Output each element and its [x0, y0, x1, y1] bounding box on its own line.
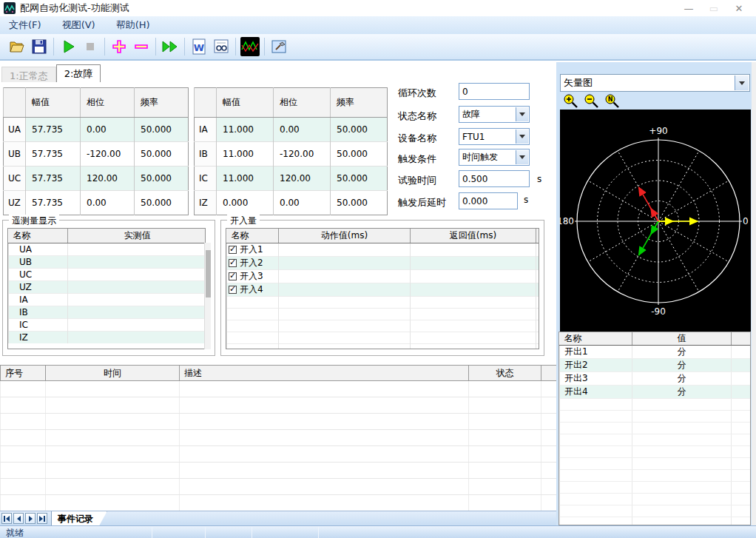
tools-button[interactable] — [268, 36, 290, 57]
tab-fault-state[interactable]: 2:故障 — [56, 64, 101, 82]
trigger-condition-value: 时间触发 — [459, 151, 498, 164]
tab-event-log[interactable]: 事件记录 — [51, 511, 107, 526]
next-page-button[interactable] — [25, 513, 36, 524]
table-row: IZ0.0000.0050.000 — [195, 191, 388, 215]
post-trigger-delay-label: 触发后延时 — [398, 196, 446, 209]
minimize-button[interactable]: — — [676, 3, 701, 14]
table-row: IB11.000-120.0050.000 — [195, 142, 388, 167]
table-row: IA11.0000.0050.000 — [195, 118, 388, 142]
test-time-label: 试验时间 — [398, 174, 436, 187]
checkbox[interactable] — [229, 272, 237, 280]
trigger-condition-label: 触发条件 — [398, 152, 436, 166]
svg-text:180: 180 — [560, 216, 574, 226]
post-trigger-delay-unit: s — [524, 195, 528, 205]
loop-count-input[interactable] — [459, 84, 529, 99]
menu-view[interactable]: 视图(V) — [62, 19, 95, 32]
table-row: IC — [9, 318, 206, 331]
table-row: UB — [9, 255, 206, 268]
table-row: IB — [9, 306, 206, 318]
report-view-button[interactable] — [210, 36, 232, 57]
word-report-button[interactable]: W — [188, 36, 210, 57]
run-all-button[interactable] — [159, 36, 181, 57]
prev-page-button[interactable] — [13, 513, 24, 524]
chevron-down-icon[interactable] — [516, 107, 528, 121]
panel-filler — [752, 62, 756, 525]
chart-zoom-toolbar: N — [560, 93, 750, 110]
view-selector-combo[interactable]: 矢量图 — [560, 74, 750, 92]
table-row: 开入4 — [227, 283, 540, 296]
remove-state-button[interactable] — [130, 36, 152, 57]
run-all-icon — [161, 38, 179, 56]
svg-text:-90: -90 — [651, 306, 666, 317]
test-time-unit: s — [537, 174, 541, 184]
state-name-combo[interactable]: 故障 — [459, 106, 530, 123]
save-button[interactable] — [28, 36, 50, 57]
output-table: 名称值开出1分开出2分开出3分开出4分 — [558, 332, 751, 525]
status-bar: 就绪 — [0, 525, 756, 538]
waveform-icon — [240, 37, 260, 56]
status-separator — [318, 527, 319, 538]
scrollbar-thumb[interactable] — [206, 250, 211, 297]
voltage-table: 幅值相位频率UA57.7350.0050.000UB57.735-120.005… — [3, 87, 189, 215]
device-name-value: FTU1 — [459, 132, 485, 142]
digital-inputs-table: 名称动作值(ms)返回值(ms)开入1开入2开入3开入4 — [226, 228, 539, 349]
minus-icon — [132, 38, 150, 56]
toolbar-separator — [104, 38, 105, 56]
open-folder-icon — [8, 38, 26, 56]
svg-text:N: N — [608, 96, 613, 103]
phasor-chart: +901800-90 — [560, 110, 751, 332]
test-time-input[interactable] — [459, 171, 529, 186]
checkbox[interactable] — [229, 286, 237, 294]
app-window: 配网自动化测试-功能测试 — ▭ ✕ 文件(F) 视图(V) 帮助(H) — [0, 0, 756, 538]
chevron-down-icon[interactable] — [516, 130, 528, 144]
device-name-combo[interactable]: FTU1 — [459, 128, 530, 145]
bottom-tab-bar: 事件记录 — [0, 511, 556, 525]
chevron-down-icon[interactable] — [516, 150, 528, 164]
open-button[interactable] — [6, 36, 28, 57]
telemetry-group-title: 遥测量显示 — [9, 215, 59, 227]
table-row: IA — [9, 293, 206, 306]
table-row: 开出2分 — [560, 359, 751, 372]
maximize-button[interactable]: ▭ — [701, 3, 726, 14]
table-row: 开出3分 — [560, 372, 751, 386]
add-state-button[interactable] — [108, 36, 130, 57]
trigger-condition-combo[interactable]: 时间触发 — [459, 149, 530, 166]
current-table: 幅值相位频率IA11.0000.0050.000IB11.000-120.005… — [194, 87, 388, 215]
loop-count-field — [459, 83, 530, 100]
toolbar: W — [0, 34, 756, 61]
post-trigger-delay-input[interactable] — [459, 193, 517, 209]
save-icon — [30, 38, 48, 56]
first-page-button[interactable] — [1, 513, 12, 524]
svg-text:+90: +90 — [649, 126, 667, 136]
table-row: 开入3 — [227, 269, 540, 283]
start-icon — [59, 38, 77, 56]
table-row: IZ — [9, 331, 206, 343]
state-name-label: 状态名称 — [398, 110, 436, 123]
waveform-button[interactable] — [239, 36, 261, 57]
zoom-out-icon[interactable] — [584, 93, 600, 110]
table-row: UA57.7350.0050.000 — [4, 118, 189, 142]
stop-button[interactable] — [79, 36, 101, 57]
table-row: UZ — [9, 280, 206, 293]
title-bar: 配网自动化测试-功能测试 — ▭ ✕ — [0, 0, 756, 16]
plus-icon — [110, 38, 128, 56]
menu-help[interactable]: 帮助(H) — [116, 19, 150, 32]
last-page-button[interactable] — [37, 513, 47, 524]
zoom-reset-icon[interactable]: N — [604, 93, 621, 110]
zoom-in-icon[interactable] — [563, 93, 579, 110]
checkbox[interactable] — [229, 246, 237, 254]
chevron-down-icon[interactable] — [735, 75, 749, 90]
toolbar-separator — [184, 38, 185, 56]
svg-text:0: 0 — [743, 216, 749, 226]
menu-file[interactable]: 文件(F) — [9, 19, 41, 32]
status-separator — [252, 527, 252, 538]
close-button[interactable]: ✕ — [726, 3, 752, 14]
table-row: 开入2 — [227, 256, 540, 269]
telemetry-scrollbar[interactable] — [204, 243, 211, 349]
checkbox[interactable] — [229, 259, 237, 267]
loop-count-label: 循环次数 — [398, 87, 436, 100]
start-button[interactable] — [57, 36, 79, 57]
tab-normal-state[interactable]: 1:正常态 — [1, 67, 56, 82]
tools-icon — [270, 38, 288, 56]
post-trigger-delay-field — [459, 192, 518, 209]
